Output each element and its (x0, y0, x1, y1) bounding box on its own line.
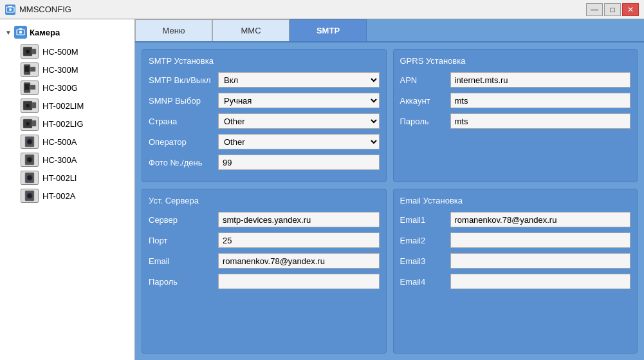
device-icon-ht002lig (21, 117, 39, 131)
photo-per-day-row: Фото №./день (149, 155, 380, 170)
svg-point-22 (26, 122, 30, 126)
email2-input[interactable] (450, 232, 631, 248)
server-password-label: Пароль (149, 277, 213, 287)
tab-mmc[interactable]: MMC (212, 19, 290, 41)
sidebar-item-hc300a[interactable]: HC-300A (3, 151, 132, 169)
device-label-hc500a: HC-500A (42, 137, 77, 147)
email2-row: Email2 (400, 232, 631, 248)
device-icon-hc300g (21, 81, 39, 95)
device-icon-hc300m (21, 62, 39, 77)
sidebar-item-ht002a[interactable]: HT-002A (3, 187, 132, 205)
sidebar-item-hc300g[interactable]: HC-300G (3, 79, 132, 97)
sidebar-item-ht002lim[interactable]: HT-002LIM (3, 97, 132, 115)
window-controls: — □ ✕ (586, 3, 639, 16)
gprs-password-input[interactable] (450, 113, 631, 129)
country-label: Страна (149, 117, 213, 126)
smtp-enable-row: SMTP Вкл/Выкл Вкл Выкл (149, 72, 380, 88)
operator-row: Оператор Other MTS Beeline (149, 134, 380, 149)
svg-rect-14 (24, 84, 30, 90)
restore-button[interactable]: □ (604, 3, 621, 16)
smnp-select-select[interactable]: Ручная Авто (218, 93, 380, 108)
smnp-select-label: SMNP Выбор (149, 96, 213, 106)
svg-point-35 (28, 194, 32, 198)
sidebar-item-ht002li[interactable]: HT-002LI (3, 169, 132, 187)
device-icon-hc500a (21, 135, 39, 149)
svg-rect-5 (19, 28, 22, 30)
apn-label: APN (400, 75, 445, 85)
server-email-input[interactable] (218, 253, 380, 269)
device-icon-ht002a (21, 189, 39, 203)
device-label-hc300m: HC-300M (42, 65, 78, 75)
sidebar-root-label: Камера (30, 28, 60, 37)
svg-point-4 (19, 31, 22, 33)
sidebar-item-ht002lig[interactable]: HT-002LIG (3, 115, 132, 133)
device-label-ht002lig: HT-002LIG (42, 119, 84, 129)
device-icon-ht002lim (21, 99, 39, 113)
email3-input[interactable] (450, 253, 631, 269)
server-password-input[interactable] (218, 274, 380, 289)
smnp-select-row: SMNP Выбор Ручная Авто (149, 93, 380, 108)
country-select[interactable]: Other Russia USA (218, 113, 380, 129)
device-label-hc500m: HC-500M (42, 47, 78, 57)
server-label: Сервер (149, 215, 213, 225)
device-label-ht002li: HT-002LI (42, 173, 77, 183)
tab-menu[interactable]: Меню (135, 19, 212, 41)
server-email-label: Email (149, 256, 213, 266)
svg-point-32 (28, 176, 32, 180)
minimize-button[interactable]: — (586, 3, 603, 16)
server-input[interactable] (218, 212, 380, 227)
svg-rect-23 (32, 120, 36, 126)
email4-input[interactable] (450, 274, 631, 289)
smtp-enable-select[interactable]: Вкл Выкл (218, 72, 380, 88)
port-row: Порт (149, 232, 380, 248)
operator-select[interactable]: Other MTS Beeline (218, 134, 380, 149)
account-input[interactable] (450, 93, 631, 108)
svg-point-29 (28, 158, 32, 162)
email4-row: Email4 (400, 274, 631, 289)
port-input[interactable] (218, 232, 380, 248)
svg-point-18 (26, 104, 30, 108)
port-label: Порт (149, 236, 213, 245)
device-label-ht002lim: HT-002LIM (42, 101, 84, 111)
account-label: Аккаунт (400, 96, 445, 106)
sidebar-item-hc500m[interactable]: HC-500M (3, 43, 132, 61)
tab-smtp[interactable]: SMTP (290, 19, 367, 41)
camera-root-icon (14, 26, 27, 39)
titlebar: MMSCONFIG — □ ✕ (0, 0, 644, 19)
device-icon-ht002li (21, 171, 39, 185)
email1-input[interactable] (450, 212, 631, 227)
window-title: MMSCONFIG (19, 5, 71, 14)
smtp-panel-title: SMTP Установка (149, 56, 380, 66)
content-area: Меню MMC SMTP SMTP Установка SMTP Вкл/Вы… (135, 19, 644, 360)
svg-point-1 (9, 8, 12, 11)
gprs-panel: GPRS Установка APN Аккаунт Пароль (393, 49, 638, 182)
photo-per-day-label: Фото №./день (149, 158, 213, 167)
apn-input[interactable] (450, 72, 631, 88)
device-icon-hc500m (21, 44, 39, 59)
svg-rect-15 (30, 85, 35, 90)
device-label-hc300a: HC-300A (42, 155, 77, 165)
gprs-password-row: Пароль (400, 113, 631, 129)
operator-label: Оператор (149, 137, 213, 147)
svg-rect-2 (8, 6, 12, 7)
email3-row: Email3 (400, 253, 631, 269)
gprs-password-label: Пароль (400, 117, 445, 126)
sidebar-item-hc500a[interactable]: HC-500A (3, 133, 132, 151)
server-panel: Уст. Сервера Сервер Порт Email Пароль (142, 189, 387, 354)
device-label-ht002a: HT-002A (42, 191, 75, 201)
account-row: Аккаунт (400, 93, 631, 108)
svg-rect-19 (32, 102, 36, 108)
email4-label: Email4 (400, 277, 445, 287)
app-icon (5, 5, 15, 15)
smtp-enable-label: SMTP Вкл/Выкл (149, 75, 213, 85)
close-button[interactable]: ✕ (622, 3, 639, 16)
photo-per-day-input[interactable] (218, 155, 380, 170)
server-panel-title: Уст. Сервера (149, 196, 380, 205)
expand-arrow-icon[interactable]: ▼ (5, 29, 12, 36)
sidebar-item-hc300m[interactable]: HC-300M (3, 61, 132, 79)
tab-bar: Меню MMC SMTP (135, 19, 644, 43)
email3-label: Email3 (400, 256, 445, 266)
apn-row: APN (400, 72, 631, 88)
server-password-row: Пароль (149, 274, 380, 289)
sidebar: ▼ Камера HC-500M (0, 19, 135, 360)
